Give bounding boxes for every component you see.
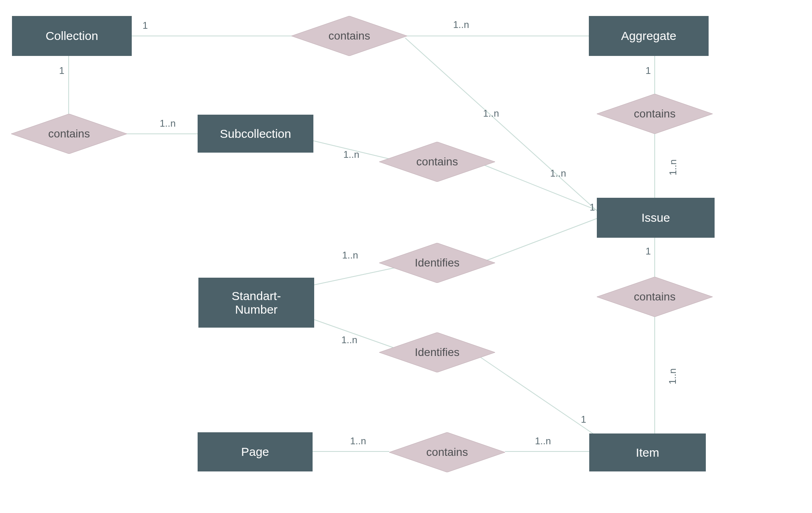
relation-collection-contains-subcollection: contains (11, 114, 127, 154)
card-contains-issue-mid-1n: 1..n (550, 168, 566, 179)
entity-collection: Collection (12, 16, 132, 56)
relation-label: contains (426, 446, 468, 459)
card-sn-identifies-bot-1n: 1..n (341, 334, 357, 346)
entity-subcollection-label: Subcollection (220, 127, 291, 141)
card-identifies-item-1: 1 (581, 414, 586, 425)
relation-label: Identifies (415, 346, 459, 359)
svg-line-6 (405, 38, 598, 212)
svg-line-12 (481, 218, 599, 262)
svg-line-8 (481, 164, 601, 212)
card-issue-down-1: 1 (646, 246, 651, 257)
entity-page-label: Page (241, 445, 269, 459)
relation-subcollection-contains-issue: contains (379, 142, 495, 182)
card-contains-subcollection-1n: 1..n (160, 118, 176, 129)
entity-issue-label: Issue (642, 211, 670, 225)
card-contains-issue-1n: 1..n (667, 159, 679, 175)
relation-identifies-issue: Identifies (379, 243, 495, 283)
entity-aggregate: Aggregate (589, 16, 709, 56)
relation-label: contains (634, 107, 675, 120)
card-contains-diag-issue-1n: 1..n (483, 108, 499, 119)
card-contains-item-1n: 1..n (667, 368, 678, 384)
entity-collection-label: Collection (46, 29, 98, 43)
card-collection-contains-1: 1 (143, 20, 148, 31)
relation-issue-contains-item: contains (597, 277, 713, 317)
relation-label: contains (329, 30, 370, 42)
relation-collection-contains-aggregate: contains (291, 16, 407, 56)
entity-item: Item (589, 433, 706, 471)
entity-standart-number: Standart- Number (198, 278, 314, 328)
relation-label: contains (634, 290, 675, 303)
entity-issue: Issue (597, 198, 715, 238)
entity-item-label: Item (636, 446, 659, 459)
card-contains-item-bot-1n: 1..n (535, 435, 551, 447)
relation-page-contains-item: contains (389, 432, 505, 472)
relation-label: Identifies (415, 256, 459, 269)
entity-aggregate-label: Aggregate (621, 29, 676, 43)
card-subcollection-contains-1n: 1..n (343, 149, 359, 160)
relation-identifies-item: Identifies (379, 332, 495, 372)
relation-aggregate-contains-issue: contains (597, 94, 713, 134)
card-contains-aggregate-1n: 1..n (453, 19, 469, 30)
entity-subcollection: Subcollection (198, 115, 313, 153)
card-aggregate-down-1: 1 (646, 65, 651, 76)
card-collection-down-1: 1 (59, 65, 64, 76)
relation-label: contains (416, 155, 458, 168)
card-sn-identifies-top-1n: 1..n (342, 250, 358, 261)
card-identifies-issue-1: 1 (590, 202, 595, 213)
er-diagram-canvas: Collection Aggregate Subcollection Issue… (0, 0, 812, 513)
relation-label: contains (48, 127, 90, 140)
card-page-contains-1n: 1..n (350, 435, 366, 447)
entity-standart-number-label: Standart- Number (232, 289, 281, 316)
entity-page: Page (198, 432, 313, 471)
